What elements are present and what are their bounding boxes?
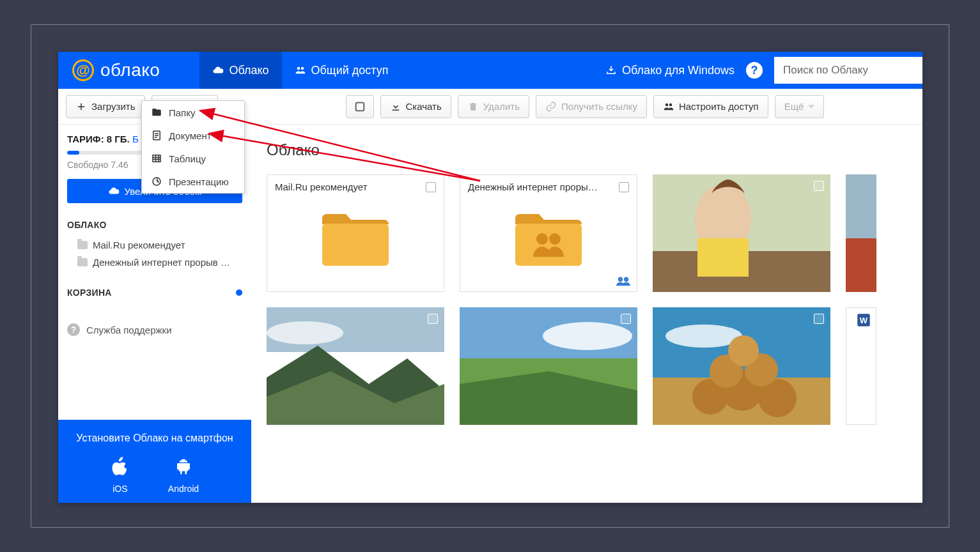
cloud-icon bbox=[212, 65, 224, 76]
logo[interactable]: @ облако bbox=[58, 59, 174, 81]
svg-rect-2 bbox=[153, 155, 160, 162]
photo-icon bbox=[653, 307, 830, 425]
upload-button[interactable]: Загрузить bbox=[66, 95, 145, 118]
select-all-button[interactable] bbox=[346, 95, 374, 118]
word-doc-icon: W bbox=[855, 312, 872, 328]
select-checkbox[interactable] bbox=[814, 314, 824, 324]
support-link[interactable]: ? Служба поддержки bbox=[67, 323, 242, 336]
sidebar-section-trash[interactable]: КОРЗИНА bbox=[67, 288, 112, 298]
download-icon bbox=[390, 101, 401, 112]
question-icon: ? bbox=[67, 323, 80, 336]
svg-rect-0 bbox=[355, 102, 364, 111]
image-thumbnail[interactable] bbox=[653, 174, 830, 292]
svg-rect-5 bbox=[515, 224, 582, 266]
folder-icon bbox=[77, 241, 88, 249]
more-button[interactable]: Ещё bbox=[775, 95, 825, 118]
file-grid: Mail.Ru рекомендует Денежный интернет пр… bbox=[267, 174, 907, 292]
card-title: Денежный интернет проры… bbox=[468, 181, 598, 192]
svg-rect-4 bbox=[322, 224, 389, 266]
promo-android[interactable]: Android bbox=[168, 456, 199, 494]
breadcrumb: Облако bbox=[267, 141, 907, 159]
image-thumbnail[interactable] bbox=[460, 307, 637, 425]
promo-ios[interactable]: iOS bbox=[111, 456, 130, 494]
android-icon bbox=[174, 456, 193, 477]
shared-badge-icon bbox=[616, 276, 630, 286]
photo-icon bbox=[267, 307, 444, 425]
create-table-item[interactable]: Таблицу bbox=[142, 147, 244, 170]
folder-icon bbox=[151, 107, 162, 118]
photo-icon bbox=[846, 174, 876, 292]
document-icon bbox=[151, 130, 162, 141]
select-checkbox[interactable] bbox=[426, 182, 436, 192]
select-checkbox[interactable] bbox=[428, 314, 438, 324]
svg-point-21 bbox=[543, 322, 632, 350]
create-presentation-item[interactable]: Презентацию bbox=[142, 170, 244, 193]
create-folder-item[interactable]: Папку bbox=[142, 101, 244, 124]
svg-point-19 bbox=[267, 321, 343, 344]
folder-card[interactable]: Денежный интернет проры… bbox=[460, 174, 637, 292]
folder-icon bbox=[77, 258, 88, 266]
select-checkbox[interactable] bbox=[621, 314, 631, 324]
folder-shared-large-icon bbox=[510, 207, 587, 271]
plus-icon bbox=[75, 101, 87, 112]
download-box-icon bbox=[605, 65, 617, 76]
image-thumbnail[interactable] bbox=[846, 174, 876, 292]
download-windows-link[interactable]: Облако для Windows bbox=[605, 64, 735, 77]
svg-point-9 bbox=[624, 277, 628, 282]
top-nav: Облако Общий доступ bbox=[199, 52, 401, 89]
trash-icon bbox=[467, 101, 479, 112]
trash-indicator-dot bbox=[236, 289, 242, 296]
create-document-item[interactable]: Документ bbox=[142, 124, 244, 147]
main-content: Облако Mail.Ru рекомендует Де bbox=[251, 125, 922, 503]
header: @ облако Облако Общий доступ Облако для … bbox=[58, 52, 922, 89]
cloud-icon bbox=[108, 185, 120, 197]
photo-icon bbox=[653, 174, 830, 292]
svg-text:W: W bbox=[860, 316, 868, 325]
svg-rect-14 bbox=[846, 174, 876, 238]
select-checkbox[interactable] bbox=[619, 182, 629, 192]
caret-down-icon bbox=[808, 105, 814, 109]
share-settings-button[interactable]: Настроить доступ bbox=[653, 95, 768, 118]
pie-chart-icon bbox=[151, 176, 162, 187]
svg-point-6 bbox=[536, 233, 548, 245]
tariff-link[interactable]: Б bbox=[132, 134, 139, 144]
people-icon bbox=[663, 101, 674, 112]
table-icon bbox=[151, 153, 162, 164]
folder-large-icon bbox=[317, 207, 394, 271]
search-input[interactable] bbox=[774, 57, 922, 84]
svg-point-7 bbox=[549, 233, 561, 245]
app-window: @ облако Облако Общий доступ Облако для … bbox=[58, 52, 922, 503]
nav-cloud[interactable]: Облако bbox=[199, 52, 281, 89]
card-title: Mail.Ru рекомендует bbox=[275, 181, 368, 192]
mobile-promo: Установите Облако на смартфон iOS Androi… bbox=[58, 420, 251, 503]
download-button[interactable]: Скачать bbox=[380, 95, 451, 118]
svg-rect-13 bbox=[697, 238, 749, 277]
image-thumbnail[interactable] bbox=[267, 307, 444, 425]
get-link-button[interactable]: Получить ссылку bbox=[536, 95, 647, 118]
logo-text: облако bbox=[100, 60, 160, 80]
photo-icon bbox=[460, 307, 637, 425]
help-button[interactable]: ? bbox=[746, 62, 763, 79]
image-thumbnail[interactable] bbox=[653, 307, 830, 425]
svg-point-32 bbox=[728, 335, 759, 366]
nav-shared[interactable]: Общий доступ bbox=[282, 52, 401, 89]
apple-icon bbox=[111, 456, 130, 477]
mailru-at-icon: @ bbox=[72, 59, 94, 81]
checkbox-icon bbox=[354, 101, 366, 112]
sidebar-section-cloud: ОБЛАКО bbox=[67, 220, 242, 230]
tree-item[interactable]: Денежный интернет прорыв … bbox=[67, 254, 242, 271]
people-icon bbox=[295, 65, 306, 76]
select-checkbox[interactable] bbox=[814, 181, 824, 191]
document-thumbnail[interactable]: W bbox=[846, 307, 876, 425]
link-icon bbox=[545, 101, 557, 112]
create-dropdown: Папку Документ Таблицу Презентацию bbox=[141, 100, 245, 194]
tree-item[interactable]: Mail.Ru рекомендует bbox=[67, 236, 242, 254]
svg-point-8 bbox=[618, 277, 623, 282]
delete-button[interactable]: Удалить bbox=[458, 95, 529, 118]
svg-rect-15 bbox=[846, 238, 876, 292]
folder-card[interactable]: Mail.Ru рекомендует bbox=[267, 174, 444, 292]
